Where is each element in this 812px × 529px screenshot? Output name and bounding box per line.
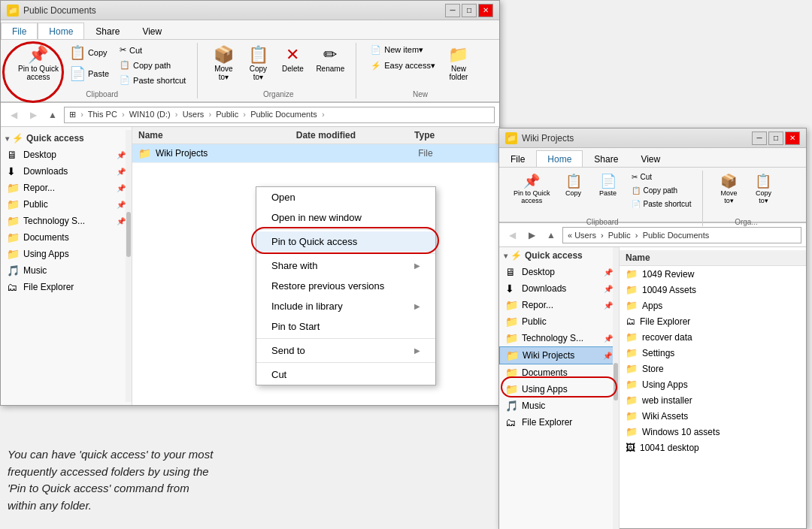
- second-file-10041desktop[interactable]: 🖼 10041 desktop: [620, 440, 806, 455]
- second-file-win10assets[interactable]: 📁 Windows 10 assets: [620, 424, 806, 440]
- delete-button[interactable]: ✕ Delete: [276, 43, 309, 77]
- second-quick-access-header[interactable]: ▾ ⚡ Quick access: [499, 247, 619, 264]
- second-file-list: Name 📁 1049 Review 📁 10049 Assets 📁 Apps…: [620, 247, 806, 529]
- second-sidebar-documents[interactable]: 📁 Documents: [499, 364, 619, 381]
- cut-button[interactable]: ✂ Cut: [114, 43, 191, 57]
- ctx-share-with[interactable]: Share with ▶: [256, 255, 435, 276]
- ctx-pin-to-start[interactable]: Pin to Start: [256, 316, 435, 337]
- second-minimize[interactable]: ─: [752, 131, 767, 145]
- second-forward-button[interactable]: ▶: [523, 227, 540, 243]
- second-paste-button[interactable]: 📄 Paste: [592, 171, 625, 201]
- second-pin-button[interactable]: 📌 Pin to Quickaccess: [508, 171, 556, 208]
- second-sidebar-using-apps[interactable]: 📁 Using Apps: [499, 381, 619, 398]
- second-tab-share[interactable]: Share: [583, 150, 629, 167]
- second-close[interactable]: ✕: [785, 131, 800, 145]
- second-sidebar-public[interactable]: 📁 Public: [499, 313, 619, 330]
- sidebar-scrollbar[interactable]: [126, 130, 132, 402]
- copy-button[interactable]: 📋 Copy: [65, 43, 113, 62]
- sidebar-item-public[interactable]: 📁 Public 📌: [1, 196, 132, 213]
- ctx-open-new-window[interactable]: Open in new window: [256, 207, 435, 228]
- easy-access-button[interactable]: ⚡ Easy access▾: [365, 59, 441, 73]
- pin-indicator-4: 📌: [117, 201, 126, 209]
- second-qa-label: Quick access: [525, 250, 583, 261]
- up-button[interactable]: ▲: [44, 107, 61, 123]
- second-sidebar-downloads[interactable]: ⬇ Downloads 📌: [499, 280, 619, 297]
- paste-button[interactable]: 📄 Paste: [65, 64, 113, 83]
- second-paste-shortcut-button[interactable]: 📄 Paste shortcut: [626, 198, 697, 210]
- second-back-button[interactable]: ◀: [504, 227, 520, 243]
- sf-label-7: Store: [642, 364, 664, 374]
- second-file-wikiassets[interactable]: 📁 Wiki Assets: [620, 408, 806, 424]
- sidebar-item-repor[interactable]: 📁 Repor... 📌: [1, 180, 132, 196]
- ctx-sep-3: [256, 338, 435, 339]
- second-organize-items: 📦 Moveto▾ 📋 Copyto▾: [712, 171, 780, 216]
- second-file-webinstaller[interactable]: 📁 web installer: [620, 392, 806, 408]
- second-file-recoverdata[interactable]: 📁 recover data: [620, 329, 806, 345]
- paste-shortcut-button[interactable]: 📄 Paste shortcut: [114, 73, 191, 87]
- second-tab-view[interactable]: View: [629, 150, 671, 167]
- second-sidebar-techsuite[interactable]: 📁 Technology S... 📌: [499, 330, 619, 346]
- tab-share[interactable]: Share: [84, 23, 131, 39]
- second-apps-icon: 📁: [505, 383, 519, 395]
- second-tab-home[interactable]: Home: [536, 150, 583, 167]
- second-up-button[interactable]: ▲: [543, 227, 559, 243]
- sidebar-item-using-apps[interactable]: 📁 Using Apps: [1, 246, 132, 262]
- tab-view[interactable]: View: [131, 23, 173, 39]
- quick-access-label: Quick access: [26, 133, 84, 144]
- new-folder-button[interactable]: 📁 Newfolder: [442, 43, 475, 85]
- maximize-button[interactable]: □: [462, 4, 477, 17]
- sidebar-item-file-explorer[interactable]: 🗂 File Explorer: [1, 279, 132, 295]
- new-item-button[interactable]: 📄 New item▾: [365, 43, 441, 57]
- ctx-cut[interactable]: Cut: [256, 364, 435, 385]
- minimize-button[interactable]: ─: [445, 4, 460, 17]
- ctx-open[interactable]: Open: [256, 187, 435, 207]
- copy-to-button[interactable]: 📋 Copyto▾: [241, 43, 274, 85]
- second-file-usingapps[interactable]: 📁 Using Apps: [620, 376, 806, 392]
- second-sidebar-wiki[interactable]: 📁 Wiki Projects 📌: [499, 346, 619, 364]
- second-sidebar-music[interactable]: 🎵 Music: [499, 398, 619, 414]
- context-menu: Open Open in new window Pin to Quick acc…: [256, 186, 436, 385]
- second-file-apps[interactable]: 📁 Apps: [620, 298, 806, 313]
- ctx-send-to[interactable]: Send to ▶: [256, 340, 435, 361]
- second-cut-button[interactable]: ✂ Cut: [626, 171, 697, 183]
- move-to-button[interactable]: 📦 Moveto▾: [207, 43, 240, 85]
- forward-button[interactable]: ▶: [25, 107, 41, 123]
- sidebar-item-desktop[interactable]: 🖥 Desktop 📌: [1, 147, 132, 163]
- sidebar-item-music[interactable]: 🎵 Music: [1, 262, 132, 279]
- address-path[interactable]: ⊞ › This PC › WIN10 (D:) › Users › Publi…: [64, 107, 495, 123]
- second-file-10049assets[interactable]: 📁 10049 Assets: [620, 282, 806, 298]
- second-tab-file[interactable]: File: [499, 150, 536, 167]
- second-copy-button[interactable]: 📋 Copy: [557, 171, 590, 201]
- second-docs-icon: 📁: [505, 367, 519, 379]
- rename-button[interactable]: ✏ Rename: [311, 43, 350, 77]
- second-file-fileexplorer[interactable]: 🗂 File Explorer: [620, 313, 806, 329]
- second-file-settings[interactable]: 📁 Settings: [620, 345, 806, 361]
- sidebar-item-documents[interactable]: 📁 Documents: [1, 229, 132, 246]
- back-button[interactable]: ◀: [5, 107, 22, 123]
- sf-icon-7: 📁: [626, 363, 638, 374]
- second-sidebar-file-explorer[interactable]: 🗂 File Explorer: [499, 414, 619, 431]
- pin-to-quick-access-button[interactable]: 📌 Pin to Quickaccess: [13, 43, 64, 85]
- copy-path-button[interactable]: 📋 Copy path: [114, 58, 191, 72]
- tab-file[interactable]: File: [1, 23, 38, 39]
- second-file-1049review[interactable]: 📁 1049 Review: [620, 266, 806, 282]
- sf-label-10: Wiki Assets: [642, 411, 688, 422]
- quick-access-header[interactable]: ▾ ⚡ Quick access: [1, 130, 132, 147]
- sidebar-item-techsuite[interactable]: 📁 Technology S... 📌: [1, 213, 132, 229]
- second-file-store[interactable]: 📁 Store: [620, 361, 806, 376]
- ctx-include-library[interactable]: Include in library ▶: [256, 296, 435, 316]
- second-sidebar-desktop[interactable]: 🖥 Desktop 📌: [499, 264, 619, 280]
- second-copy-path-button[interactable]: 📋 Copy path: [626, 184, 697, 197]
- file-row-wiki[interactable]: 📁 Wiki Projects File: [132, 144, 499, 163]
- tab-home[interactable]: Home: [38, 23, 84, 39]
- second-maximize[interactable]: □: [768, 131, 783, 145]
- second-move-button[interactable]: 📦 Moveto▾: [712, 171, 745, 208]
- sidebar-item-downloads[interactable]: ⬇ Downloads 📌: [1, 163, 132, 180]
- ctx-pin-to-quick-access[interactable]: Pin to Quick access: [256, 231, 435, 252]
- second-address-path[interactable]: « Users › Public › Public Documents: [562, 227, 801, 243]
- ctx-restore[interactable]: Restore previous versions: [256, 276, 435, 296]
- close-button[interactable]: ✕: [478, 4, 493, 17]
- second-copy-to-button[interactable]: 📋 Copyto▾: [747, 171, 780, 208]
- second-sidebar-scrollbar[interactable]: [613, 247, 619, 529]
- second-sidebar-repor[interactable]: 📁 Repor... 📌: [499, 297, 619, 313]
